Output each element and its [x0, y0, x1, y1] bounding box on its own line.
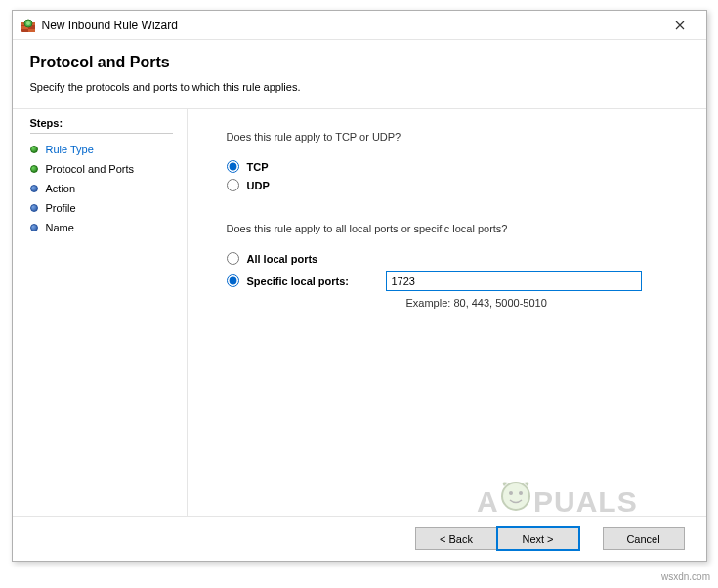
button-bar: < Back Next > Cancel [13, 516, 706, 561]
steps-heading: Steps: [30, 117, 173, 134]
content-pane: Does this rule apply to TCP or UDP? TCP … [187, 109, 706, 516]
radio-udp-row[interactable]: UDP [227, 179, 667, 191]
page-subtitle: Specify the protocols and ports to which… [30, 81, 689, 93]
step-rule-type[interactable]: Rule Type [30, 140, 187, 159]
radio-specific-ports-label: Specific local ports: [247, 275, 386, 287]
body: Steps: Rule Type Protocol and Ports Acti… [13, 109, 706, 516]
step-bullet-icon [30, 224, 38, 231]
step-protocol-ports[interactable]: Protocol and Ports [30, 159, 187, 179]
wizard-window: New Inbound Rule Wizard Protocol and Por… [12, 10, 707, 562]
back-button[interactable]: < Back [415, 527, 497, 550]
step-name[interactable]: Name [30, 218, 187, 237]
svg-point-5 [26, 21, 30, 25]
close-button[interactable] [658, 12, 702, 39]
close-icon [675, 21, 685, 30]
title-bar: New Inbound Rule Wizard [13, 11, 706, 40]
next-button[interactable]: Next > [497, 527, 579, 550]
ports-example-text: Example: 80, 443, 5000-5010 [406, 297, 667, 309]
nav-button-group: < Back Next > [415, 527, 579, 550]
steps-sidebar: Steps: Rule Type Protocol and Ports Acti… [13, 109, 187, 516]
question-ports: Does this rule apply to all local ports … [227, 223, 667, 234]
radio-udp[interactable] [227, 179, 239, 191]
step-profile[interactable]: Profile [30, 198, 187, 218]
specific-ports-input[interactable] [386, 271, 642, 291]
radio-specific-ports[interactable] [227, 274, 239, 287]
step-bullet-icon [30, 165, 38, 173]
step-label: Name [46, 222, 74, 233]
radio-specific-ports-row[interactable]: Specific local ports: [227, 271, 667, 291]
header: Protocol and Ports Specify the protocols… [13, 40, 706, 103]
question-protocol: Does this rule apply to TCP or UDP? [227, 131, 667, 143]
radio-udp-label: UDP [247, 180, 270, 191]
radio-all-ports-row[interactable]: All local ports [227, 252, 667, 265]
step-label: Protocol and Ports [46, 163, 135, 175]
step-label: Rule Type [46, 144, 94, 155]
step-action[interactable]: Action [30, 179, 187, 198]
window-title: New Inbound Rule Wizard [42, 19, 658, 32]
radio-all-ports[interactable] [227, 252, 239, 265]
firewall-icon [21, 18, 36, 33]
radio-all-ports-label: All local ports [247, 253, 318, 265]
radio-tcp-row[interactable]: TCP [227, 160, 667, 173]
step-label: Profile [46, 202, 76, 214]
step-label: Action [46, 183, 76, 194]
cancel-button[interactable]: Cancel [603, 527, 685, 550]
step-bullet-icon [30, 185, 38, 192]
svg-rect-3 [28, 29, 35, 32]
radio-tcp[interactable] [227, 160, 239, 173]
source-footer: wsxdn.com [661, 571, 710, 582]
page-title: Protocol and Ports [30, 54, 689, 71]
step-bullet-icon [30, 146, 38, 153]
radio-tcp-label: TCP [247, 161, 269, 173]
step-bullet-icon [30, 204, 38, 212]
